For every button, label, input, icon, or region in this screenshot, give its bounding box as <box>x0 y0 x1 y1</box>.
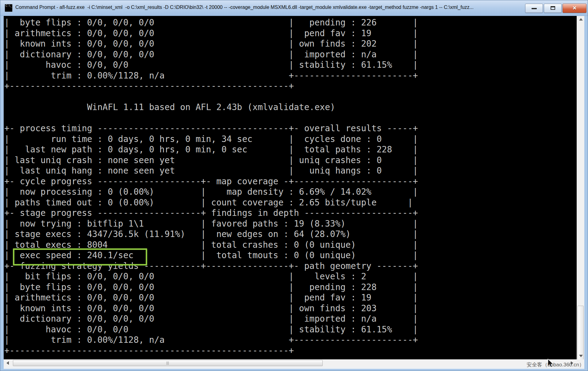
scroll-up-button[interactable] <box>577 16 585 23</box>
close-icon: ✕ <box>563 4 586 12</box>
watermark: 安全客（bobao.360.cn） <box>527 361 584 368</box>
minimize-button[interactable] <box>525 4 543 13</box>
command-prompt-icon-label: C:\_ <box>6 4 12 7</box>
triangle-down-icon <box>579 355 583 357</box>
minimize-icon <box>532 8 537 9</box>
exec-speed-highlight-box <box>13 248 147 266</box>
triangle-up-icon <box>579 18 583 21</box>
window-bottom-strip <box>4 367 584 369</box>
command-prompt-icon: C:\_ <box>5 4 13 12</box>
maximize-button[interactable] <box>544 4 562 13</box>
close-button[interactable]: ✕ <box>563 4 586 13</box>
horizontal-scrollbar[interactable] <box>4 359 577 367</box>
scrollbar-grip-icon <box>167 361 169 365</box>
maximize-icon <box>551 6 555 10</box>
screen: { "window": { "title": "Command Prompt -… <box>0 0 588 371</box>
terminal-viewport[interactable]: | byte flips : 0/0, 0/0, 0/0 | pending :… <box>4 16 577 359</box>
vertical-scrollbar[interactable] <box>577 16 584 359</box>
scroll-left-button[interactable] <box>4 359 12 367</box>
terminal-text: | byte flips : 0/0, 0/0, 0/0 | pending :… <box>4 16 577 356</box>
window-title: Command Prompt - afl-fuzz.exe -i C:\mins… <box>15 5 518 12</box>
triangle-left-icon <box>6 361 9 365</box>
scroll-down-button[interactable] <box>577 353 585 359</box>
horizontal-scrollbar-thumb[interactable] <box>13 360 323 366</box>
titlebar[interactable]: C:\_ Command Prompt - afl-fuzz.exe -i C:… <box>0 0 588 16</box>
